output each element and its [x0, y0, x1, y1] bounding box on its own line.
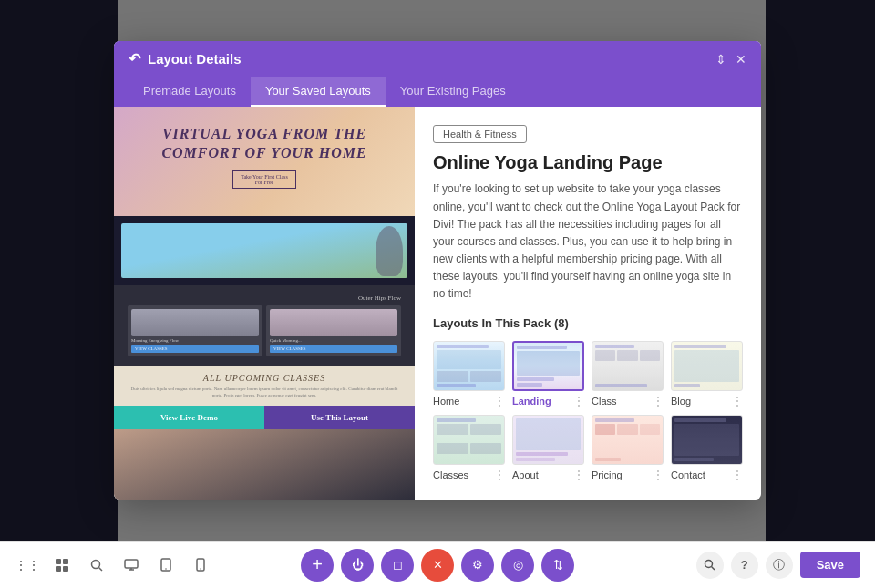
layout-item-about-footer: About ⋮: [512, 469, 584, 481]
toolbar-center: + ⏻ ◻ ✕ ⚙ ◎ ⇅: [301, 549, 574, 582]
layout-item-class-footer: Class ⋮: [592, 395, 664, 407]
tab-premade[interactable]: Premade Layouts: [129, 77, 251, 107]
search-small-icon[interactable]: [696, 552, 724, 579]
layout-item-class[interactable]: Class ⋮: [592, 341, 664, 407]
modal-header-actions: ⇕ ✕: [715, 52, 746, 67]
save-button[interactable]: Save: [800, 552, 860, 578]
layout-item-landing-menu[interactable]: ⋮: [573, 395, 584, 407]
layout-item-about-menu[interactable]: ⋮: [573, 469, 584, 481]
layout-item-about[interactable]: About ⋮: [512, 415, 584, 481]
layout-thumb-blog: [671, 341, 743, 391]
monitor-icon[interactable]: [118, 552, 144, 578]
yoga-card-row: Morning Energizing Flow VIEW CLASSES Qui…: [128, 305, 401, 356]
yoga-card-quick-text: Quick Morning...: [270, 338, 397, 343]
layout-thumb-landing: [512, 341, 584, 391]
resize-icon[interactable]: ⇕: [715, 52, 726, 67]
yoga-card-quick: Quick Morning... VIEW CLASSES: [266, 305, 401, 356]
power-button[interactable]: ⏻: [341, 549, 374, 582]
layout-item-blog-footer: Blog ⋮: [671, 395, 743, 407]
close-button[interactable]: ✕: [421, 549, 454, 582]
yoga-classes-title: All Upcoming Classes: [128, 373, 401, 383]
modal-header-title-area: ↶ Layout Details: [129, 50, 242, 67]
mobile-icon[interactable]: [188, 552, 213, 578]
layout-item-pricing-menu[interactable]: ⋮: [653, 469, 664, 481]
layout-item-blog[interactable]: Blog ⋮: [671, 341, 743, 407]
tablet-icon[interactable]: [153, 552, 179, 578]
toolbar-right: ? ⓘ Save: [696, 552, 860, 579]
pack-label: Layouts In This Pack (8): [433, 316, 743, 330]
layout-item-blog-menu[interactable]: ⋮: [732, 395, 743, 407]
adjust-button[interactable]: ⇅: [541, 549, 574, 582]
layout-item-blog-name: Blog: [671, 396, 691, 407]
view-live-demo-btn[interactable]: View Live Demo: [114, 406, 264, 429]
modal-title: Layout Details: [148, 51, 242, 67]
svg-line-14: [712, 567, 715, 571]
layout-item-contact-name: Contact: [671, 469, 705, 480]
layout-item-classes[interactable]: Classes ⋮: [433, 415, 505, 481]
add-button[interactable]: +: [301, 549, 334, 582]
layout-thumb-pricing: [592, 415, 664, 465]
yoga-pose-figure: [376, 226, 403, 276]
close-icon[interactable]: ✕: [736, 52, 746, 67]
layout-item-classes-name: Classes: [433, 469, 468, 480]
layout-item-home-name: Home: [433, 396, 459, 407]
layout-thumb-about: [512, 415, 584, 465]
layout-icon[interactable]: [49, 552, 75, 578]
settings-button[interactable]: ⚙: [461, 549, 494, 582]
yoga-card-morning-text: Morning Energizing Flow: [131, 338, 259, 343]
layout-item-landing-name: Landing: [512, 396, 551, 407]
yoga-hero-title: Virtual Yoga from the Comfort of Your Ho…: [132, 125, 396, 163]
layout-item-pricing[interactable]: Pricing ⋮: [592, 415, 664, 481]
yoga-classes-section: All Upcoming Classes Duis ultricies ligu…: [114, 366, 415, 406]
layout-item-contact-footer: Contact ⋮: [671, 469, 743, 481]
modal-tabs: Premade Layouts Your Saved Layouts Your …: [114, 77, 761, 107]
layout-grid: Home ⋮: [433, 341, 743, 481]
laptop-screen-image: [121, 223, 407, 278]
tab-existing[interactable]: Your Existing Pages: [386, 77, 520, 107]
layout-thumb-classes: [433, 415, 505, 465]
svg-point-12: [200, 568, 201, 569]
layout-item-about-name: About: [512, 469, 539, 480]
use-this-layout-btn[interactable]: Use This Layout: [264, 406, 415, 429]
layout-item-classes-menu[interactable]: ⋮: [494, 469, 505, 481]
layout-item-home-menu[interactable]: ⋮: [494, 395, 505, 407]
layout-item-class-name: Class: [592, 396, 617, 407]
layout-description: If you're looking to set up website to t…: [433, 181, 743, 303]
layout-title: Online Yoga Landing Page: [433, 152, 743, 173]
layout-thumb-class: [592, 341, 664, 391]
toolbar-left: ⋮⋮: [15, 552, 213, 578]
layout-thumb-home: [433, 341, 505, 391]
yoga-card-morning-img: [131, 309, 259, 336]
layout-item-pricing-name: Pricing: [592, 469, 623, 480]
category-badge: Health & Fitness: [433, 125, 527, 143]
svg-line-5: [99, 567, 103, 571]
svg-rect-3: [63, 566, 68, 572]
layout-item-landing[interactable]: Landing ⋮: [512, 341, 584, 407]
modal-overlay: ↶ Layout Details ⇕ ✕ Premade Layouts You…: [0, 0, 875, 541]
history-button[interactable]: ◎: [501, 549, 534, 582]
layout-details-modal: ↶ Layout Details ⇕ ✕ Premade Layouts You…: [114, 41, 761, 499]
help-icon[interactable]: ?: [731, 552, 758, 579]
layout-item-contact[interactable]: Contact ⋮: [671, 415, 743, 481]
layout-preview-image: Virtual Yoga from the Comfort of Your Ho…: [114, 107, 415, 499]
layout-item-home[interactable]: Home ⋮: [433, 341, 505, 407]
yoga-footer-btns: View Live Demo Use This Layout: [114, 406, 415, 429]
svg-point-10: [165, 568, 167, 570]
svg-point-13: [705, 561, 713, 568]
yoga-view-classes-btn[interactable]: VIEW CLASSES: [131, 345, 259, 353]
layout-item-class-menu[interactable]: ⋮: [653, 395, 664, 407]
layout-thumb-contact: [671, 415, 743, 465]
info-icon[interactable]: ⓘ: [766, 552, 793, 579]
grid-icon[interactable]: ⋮⋮: [15, 552, 40, 578]
layout-item-pricing-footer: Pricing ⋮: [592, 469, 664, 481]
svg-rect-6: [125, 560, 138, 568]
yoga-view-classes-btn2[interactable]: VIEW CLASSES: [270, 345, 397, 353]
layout-item-contact-menu[interactable]: ⋮: [732, 469, 743, 481]
tab-saved[interactable]: Your Saved Layouts: [251, 77, 386, 107]
search-icon[interactable]: [84, 552, 109, 578]
yoga-hero-btn: Take Your First Class For Free: [232, 170, 296, 189]
delete-button[interactable]: ◻: [381, 549, 414, 582]
content-panel: Health & Fitness Online Yoga Landing Pag…: [415, 107, 761, 499]
back-arrow-icon[interactable]: ↶: [129, 50, 140, 67]
layout-item-home-footer: Home ⋮: [433, 395, 505, 407]
